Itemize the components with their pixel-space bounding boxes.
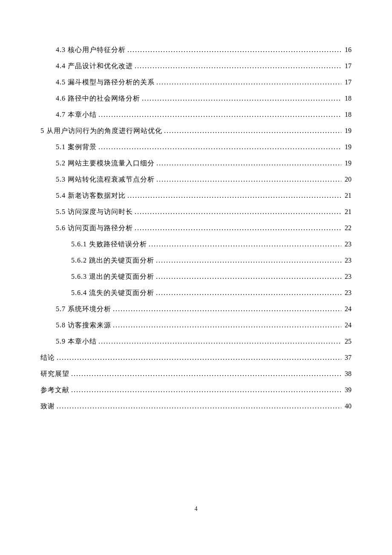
toc-page-number: 20 <box>343 174 352 185</box>
toc-title: 结论 <box>40 353 55 363</box>
toc-leader-dots <box>57 401 341 411</box>
toc-title: 5.7 系统环境分析 <box>56 304 111 314</box>
toc-leader-dots <box>156 77 341 87</box>
toc-entry[interactable]: 5.6.4 流失的关键页面分析23 <box>40 288 352 298</box>
toc-page-number: 39 <box>343 385 352 395</box>
toc-container: 4.3 核心用户特征分析164.4 产品设计和优化改进174.5 漏斗模型与路径… <box>0 0 392 411</box>
toc-entry[interactable]: 5.8 访客搜索来源24 <box>40 320 352 330</box>
toc-page-number: 37 <box>343 353 352 363</box>
toc-entry[interactable]: 5.4 新老访客数据对比21 <box>40 191 352 201</box>
toc-entry[interactable]: 研究展望38 <box>40 369 352 379</box>
toc-leader-dots <box>127 191 341 201</box>
toc-entry[interactable]: 5.6.3 退出的关键页面分析23 <box>40 272 352 282</box>
toc-leader-dots <box>142 93 341 104</box>
toc-title: 4.3 核心用户特征分析 <box>56 45 126 55</box>
toc-title: 4.5 漏斗模型与路径分析的关系 <box>56 77 155 87</box>
toc-entry[interactable]: 致谢40 <box>40 401 352 411</box>
toc-entry[interactable]: 5.5 访问深度与访问时长21 <box>40 207 352 217</box>
toc-entry[interactable]: 5.6 访问页面与路径分析22 <box>40 223 352 233</box>
toc-title: 5.6.1 失败路径错误分析 <box>71 239 147 249</box>
toc-title: 5.6.3 退出的关键页面分析 <box>71 272 154 282</box>
toc-leader-dots <box>156 255 341 266</box>
toc-title: 5 从用户访问行为的角度进行网站优化 <box>40 126 162 136</box>
toc-page-number: 23 <box>343 239 352 249</box>
toc-page-number: 21 <box>343 191 352 201</box>
toc-title: 致谢 <box>40 401 55 411</box>
toc-leader-dots <box>113 304 341 314</box>
toc-page-number: 25 <box>343 336 352 347</box>
toc-entry[interactable]: 5 从用户访问行为的角度进行网站优化19 <box>40 126 352 136</box>
toc-entry[interactable]: 5.3 网站转化流程衰减节点分析20 <box>40 174 352 185</box>
toc-page-number: 19 <box>343 158 352 168</box>
toc-leader-dots <box>164 126 341 136</box>
toc-entry[interactable]: 5.9 本章小结25 <box>40 336 352 347</box>
toc-entry[interactable]: 4.6 路径中的社会网络分析18 <box>40 93 352 104</box>
toc-leader-dots <box>156 174 341 185</box>
toc-title: 5.8 访客搜索来源 <box>56 320 111 330</box>
toc-title: 5.6.2 跳出的关键页面分析 <box>71 255 154 266</box>
toc-leader-dots <box>71 369 341 379</box>
toc-entry[interactable]: 5.6.1 失败路径错误分析23 <box>40 239 352 249</box>
toc-page-number: 18 <box>343 93 352 104</box>
toc-leader-dots <box>98 110 341 120</box>
toc-title: 4.7 本章小结 <box>56 110 97 120</box>
toc-entry[interactable]: 4.5 漏斗模型与路径分析的关系17 <box>40 77 352 87</box>
toc-page-number: 19 <box>343 126 352 136</box>
toc-page-number: 17 <box>343 61 352 71</box>
toc-title: 研究展望 <box>40 369 69 379</box>
toc-page-number: 16 <box>343 45 352 55</box>
toc-page-number: 38 <box>343 369 352 379</box>
toc-leader-dots <box>71 385 341 395</box>
toc-leader-dots <box>135 223 341 233</box>
toc-entry[interactable]: 4.7 本章小结18 <box>40 110 352 120</box>
toc-page-number: 17 <box>343 77 352 87</box>
toc-leader-dots <box>135 207 341 217</box>
toc-entry[interactable]: 5.6.2 跳出的关键页面分析23 <box>40 255 352 266</box>
toc-entry[interactable]: 结论37 <box>40 353 352 363</box>
toc-leader-dots <box>156 272 341 282</box>
toc-leader-dots <box>149 239 341 249</box>
toc-leader-dots <box>57 353 341 363</box>
toc-title: 5.4 新老访客数据对比 <box>56 191 126 201</box>
toc-entry[interactable]: 参考文献39 <box>40 385 352 395</box>
toc-leader-dots <box>98 142 341 152</box>
toc-page-number: 23 <box>343 272 352 282</box>
toc-title: 5.9 本章小结 <box>56 336 97 347</box>
toc-leader-dots <box>127 45 341 55</box>
toc-page-number: 22 <box>343 223 352 233</box>
toc-title: 参考文献 <box>40 385 69 395</box>
toc-title: 5.3 网站转化流程衰减节点分析 <box>56 174 155 185</box>
toc-title: 5.6 访问页面与路径分析 <box>56 223 133 233</box>
toc-leader-dots <box>156 158 341 168</box>
toc-title: 5.6.4 流失的关键页面分析 <box>71 288 154 298</box>
toc-page-number: 21 <box>343 207 352 217</box>
toc-entry[interactable]: 4.3 核心用户特征分析16 <box>40 45 352 55</box>
toc-title: 5.1 案例背景 <box>56 142 97 152</box>
toc-entry[interactable]: 5.2 网站主要模块流量入口细分19 <box>40 158 352 168</box>
toc-page-number: 18 <box>343 110 352 120</box>
toc-title: 4.6 路径中的社会网络分析 <box>56 93 140 104</box>
toc-entry[interactable]: 5.1 案例背景19 <box>40 142 352 152</box>
toc-page-number: 19 <box>343 142 352 152</box>
toc-entry[interactable]: 5.7 系统环境分析24 <box>40 304 352 314</box>
toc-leader-dots <box>135 61 341 71</box>
page-number: 4 <box>0 506 392 512</box>
toc-page-number: 40 <box>343 401 352 411</box>
toc-title: 4.4 产品设计和优化改进 <box>56 61 133 71</box>
toc-page-number: 24 <box>343 304 352 314</box>
toc-leader-dots <box>113 320 341 330</box>
toc-leader-dots <box>98 336 341 347</box>
toc-entry[interactable]: 4.4 产品设计和优化改进17 <box>40 61 352 71</box>
toc-page-number: 23 <box>343 255 352 266</box>
toc-title: 5.2 网站主要模块流量入口细分 <box>56 158 155 168</box>
toc-page-number: 24 <box>343 320 352 330</box>
toc-leader-dots <box>156 288 341 298</box>
toc-title: 5.5 访问深度与访问时长 <box>56 207 133 217</box>
toc-page-number: 23 <box>343 288 352 298</box>
